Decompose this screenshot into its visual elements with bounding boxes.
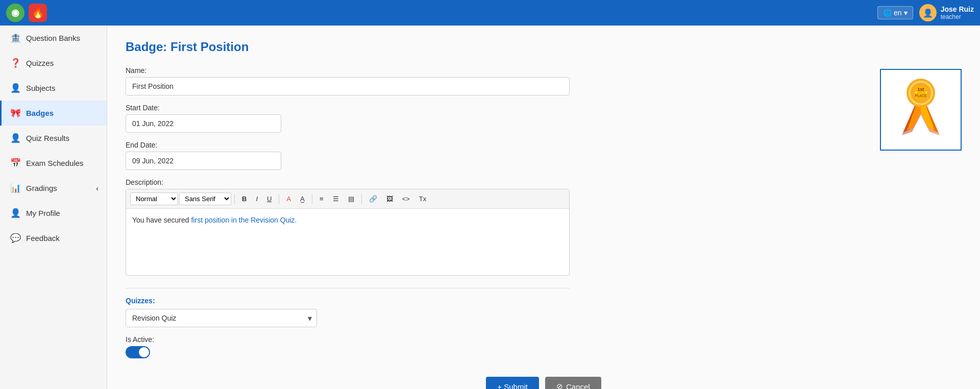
badge-ribbon-svg: 1st PLACE ★ ★ bbox=[888, 77, 954, 143]
name-input[interactable] bbox=[126, 77, 570, 95]
submit-button[interactable]: + Submit bbox=[486, 377, 539, 389]
page-title: Badge: First Position bbox=[126, 40, 962, 54]
header: ◉ 🔥 🌐 en ▾ 👤 Jose Ruiz teacher bbox=[0, 0, 980, 26]
toggle-wrapper bbox=[126, 346, 962, 358]
start-date-row: Start Date: bbox=[126, 104, 962, 133]
is-active-label: Is Active: bbox=[126, 335, 962, 344]
end-date-row: End Date: bbox=[126, 141, 962, 170]
toolbar-divider-4 bbox=[361, 194, 362, 204]
sidebar-item-subjects[interactable]: 👤 Subjects bbox=[0, 76, 107, 101]
editor-toolbar: Normal Heading 1 Heading 2 Sans Serif Se… bbox=[126, 189, 569, 209]
toggle-knob bbox=[139, 347, 149, 357]
start-date-input[interactable] bbox=[126, 114, 281, 133]
toolbar-divider-3 bbox=[312, 194, 312, 204]
layout: 🏦 Question Banks ❓ Quizzes 👤 Subjects 🎀 … bbox=[0, 26, 980, 389]
align-button[interactable]: ▤ bbox=[344, 193, 358, 205]
sidebar-item-label: Question Banks bbox=[26, 34, 80, 42]
editor-wrapper: Normal Heading 1 Heading 2 Sans Serif Se… bbox=[126, 189, 570, 276]
quizzes-row: Quizzes: Revision Quiz Quiz 1 Quiz 2 ▾ bbox=[126, 297, 962, 327]
svg-text:★: ★ bbox=[925, 91, 927, 94]
subjects-icon: 👤 bbox=[10, 83, 21, 93]
feedback-icon: 💬 bbox=[10, 233, 21, 244]
header-right: 🌐 en ▾ 👤 Jose Ruiz teacher bbox=[877, 4, 974, 21]
sidebar-item-quiz-results[interactable]: 👤 Quiz Results bbox=[0, 126, 107, 151]
sidebar-item-label: Exam Schedules bbox=[26, 159, 84, 167]
form-footer: + Submit ⊘ Cancel bbox=[126, 377, 962, 389]
description-editor[interactable]: You have secured first position in the R… bbox=[126, 209, 569, 275]
sidebar-item-exam-schedules[interactable]: 📅 Exam Schedules bbox=[0, 151, 107, 176]
description-row: Description: Normal Heading 1 Heading 2 … bbox=[126, 178, 962, 276]
cancel-button[interactable]: ⊘ Cancel bbox=[545, 377, 601, 389]
name-row: Name: bbox=[126, 66, 962, 95]
svg-text:1st: 1st bbox=[917, 87, 924, 92]
sidebar-item-label: Subjects bbox=[26, 84, 56, 92]
start-date-label: Start Date: bbox=[126, 104, 962, 112]
header-left: ◉ 🔥 bbox=[6, 4, 47, 22]
user-info: 👤 Jose Ruiz teacher bbox=[919, 4, 974, 21]
sidebar-item-label: Feedback bbox=[26, 234, 60, 242]
sidebar-item-label: Gradings bbox=[26, 184, 57, 192]
quizzes-label: Quizzes: bbox=[126, 297, 962, 305]
sidebar-item-badges[interactable]: 🎀 Badges bbox=[0, 101, 107, 126]
cancel-icon: ⊘ bbox=[556, 382, 563, 389]
clear-format-button[interactable]: Tx bbox=[415, 193, 430, 205]
sidebar-item-gradings[interactable]: 📊 Gradings ‹ bbox=[0, 176, 107, 201]
user-text: Jose Ruiz teacher bbox=[941, 5, 974, 20]
logo-fire: 🔥 bbox=[29, 4, 47, 22]
name-label: Name: bbox=[126, 66, 962, 75]
code-button[interactable]: <> bbox=[398, 193, 414, 205]
main-content: Badge: First Position bbox=[107, 26, 980, 389]
italic-button[interactable]: I bbox=[252, 193, 262, 205]
font-color-button[interactable]: A bbox=[282, 193, 295, 205]
exam-schedules-icon: 📅 bbox=[10, 158, 21, 168]
my-profile-icon: 👤 bbox=[10, 208, 21, 218]
sidebar-item-feedback[interactable]: 💬 Feedback bbox=[0, 226, 107, 251]
lang-label: en bbox=[894, 9, 902, 17]
gradings-left: 📊 Gradings bbox=[10, 183, 57, 193]
is-active-row: Is Active: bbox=[126, 335, 962, 358]
svg-text:PLACE: PLACE bbox=[915, 94, 927, 98]
sidebar-item-label: Badges bbox=[26, 109, 54, 117]
chevron-down-icon: ▾ bbox=[904, 9, 908, 17]
end-date-input[interactable] bbox=[126, 152, 281, 170]
ordered-list-button[interactable]: ≡ bbox=[315, 193, 328, 205]
quiz-results-icon: 👤 bbox=[10, 133, 21, 143]
image-button[interactable]: 🖼 bbox=[382, 193, 397, 205]
user-role: teacher bbox=[941, 13, 961, 20]
end-date-label: End Date: bbox=[126, 141, 962, 149]
format-select[interactable]: Normal Heading 1 Heading 2 bbox=[130, 192, 178, 205]
section-divider bbox=[126, 288, 570, 288]
logo-circle: ◉ bbox=[6, 4, 24, 22]
is-active-toggle[interactable] bbox=[126, 346, 150, 358]
cancel-label: Cancel bbox=[566, 382, 590, 390]
badges-icon: 🎀 bbox=[10, 108, 21, 118]
sidebar-item-label: Quizzes bbox=[26, 59, 54, 67]
language-selector[interactable]: 🌐 en ▾ bbox=[877, 6, 913, 19]
highlight-text: first position in the Revision Quiz. bbox=[191, 216, 297, 224]
description-label: Description: bbox=[126, 178, 962, 186]
chevron-right-icon: ‹ bbox=[96, 184, 99, 192]
unordered-list-button[interactable]: ☰ bbox=[329, 193, 343, 205]
quiz-select[interactable]: Revision Quiz Quiz 1 Quiz 2 bbox=[126, 309, 317, 327]
quizzes-icon: ❓ bbox=[10, 58, 21, 68]
sidebar-item-label: My Profile bbox=[26, 209, 60, 217]
svg-text:★: ★ bbox=[915, 91, 917, 94]
sidebar-item-quizzes[interactable]: ❓ Quizzes bbox=[0, 51, 107, 76]
font-select[interactable]: Sans Serif Serif Monospace bbox=[179, 192, 231, 205]
avatar: 👤 bbox=[919, 4, 937, 21]
sidebar-item-question-banks[interactable]: 🏦 Question Banks bbox=[0, 26, 107, 51]
quiz-select-wrapper: Revision Quiz Quiz 1 Quiz 2 ▾ bbox=[126, 309, 317, 327]
underline-button[interactable]: U bbox=[263, 193, 276, 205]
sidebar: 🏦 Question Banks ❓ Quizzes 👤 Subjects 🎀 … bbox=[0, 26, 107, 389]
bold-button[interactable]: B bbox=[238, 193, 251, 205]
font-bg-button[interactable]: A̲ bbox=[296, 193, 309, 205]
toolbar-divider-2 bbox=[279, 194, 279, 204]
gradings-icon: 📊 bbox=[10, 183, 21, 193]
badge-image: 1st PLACE ★ ★ bbox=[880, 69, 962, 151]
toolbar-divider-1 bbox=[234, 194, 235, 204]
question-banks-icon: 🏦 bbox=[10, 33, 21, 43]
link-button[interactable]: 🔗 bbox=[365, 193, 381, 205]
globe-icon: 🌐 bbox=[883, 9, 892, 17]
sidebar-item-label: Quiz Results bbox=[26, 134, 69, 142]
sidebar-item-my-profile[interactable]: 👤 My Profile bbox=[0, 201, 107, 226]
